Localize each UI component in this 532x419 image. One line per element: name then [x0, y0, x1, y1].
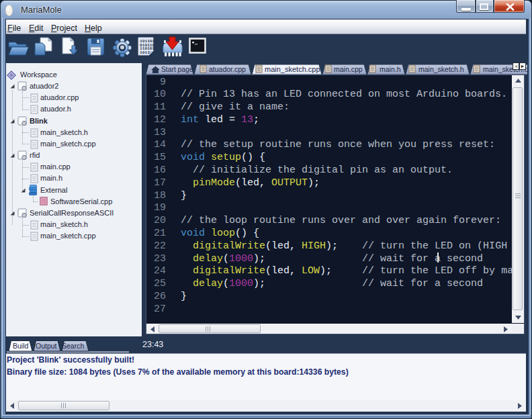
- svg-text:main.h: main.h: [380, 65, 401, 73]
- svg-text:main.cpp: main.cpp: [334, 65, 363, 73]
- svg-text:Build: Build: [13, 342, 29, 350]
- svg-text:Output: Output: [36, 342, 57, 350]
- svg-text:1011: 1011: [140, 50, 150, 55]
- svg-text:Search: Search: [62, 342, 84, 350]
- svg-text:Start page: Start page: [161, 66, 193, 73]
- svg-text:atuador.cpp: atuador.cpp: [209, 65, 246, 73]
- svg-text:main_sketch.h: main_sketch.h: [418, 65, 464, 73]
- svg-text:main_sketch.cpp: main_sketch.cpp: [265, 65, 320, 73]
